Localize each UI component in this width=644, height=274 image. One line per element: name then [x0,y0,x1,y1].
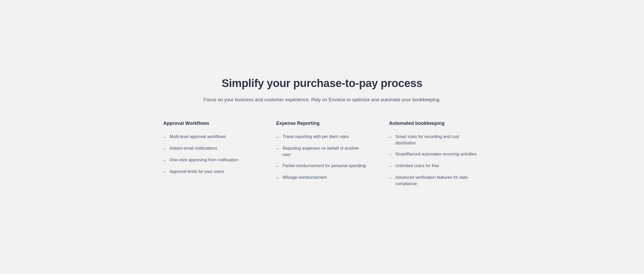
list-item-dash: – [163,145,166,152]
list-item-text: Approval limits for your users [170,168,224,175]
feature-column-approval-workflows: Approval Workflows–Multi-level approval … [158,121,260,192]
list-item-dash: – [389,134,392,140]
list-item: –SmartRecord automates recurring activit… [389,151,481,158]
list-item-dash: – [389,175,392,181]
list-item: –Smart rules for recording and cost dist… [389,134,481,146]
list-item-dash: – [389,151,392,158]
list-item-dash: – [276,175,279,181]
feature-list-expense-reporting: –Travel reporting with per diem rates–Re… [276,134,368,181]
list-item: –Instant email notifications [163,145,255,152]
subtitle: Focus on your business and customer expe… [158,96,486,104]
list-item: –Advanced verification features for data… [389,174,481,187]
list-item-text: Mileage reimbursement [283,174,327,181]
list-item-text: Advanced verification features for data … [395,174,481,187]
feature-column-automated-bookkeeping: Automated bookkeeping–Smart rules for re… [384,121,486,192]
feature-column-title-expense-reporting: Expense Reporting [276,121,368,126]
list-item: –Multi-level approval workflows [163,134,255,140]
feature-list-automated-bookkeeping: –Smart rules for recording and cost dist… [389,134,481,187]
main-title: Simplify your purchase-to-pay process [158,77,486,90]
feature-column-title-approval-workflows: Approval Workflows [163,121,255,126]
feature-column-title-automated-bookkeeping: Automated bookkeeping [389,121,481,126]
list-item: –Mileage reimbursement [276,174,368,181]
list-item-text: Instant email notifications [170,145,217,152]
list-item: –Travel reporting with per diem rates [276,134,368,140]
list-item: –Unlimited users for free [389,163,481,170]
list-item-text: Partial reimbursement for personal spend… [283,163,366,169]
list-item: –One-click approving from notification [163,157,255,164]
list-item-text: SmartRecord automates recurring activiti… [395,151,477,157]
feature-list-approval-workflows: –Multi-level approval workflows–Instant … [163,134,255,176]
features-grid: Approval Workflows–Multi-level approval … [158,121,486,192]
list-item-text: Reporting expenses on behalf of another … [283,145,368,158]
list-item: –Approval limits for your users [163,168,255,175]
list-item-dash: – [163,169,166,175]
feature-column-expense-reporting: Expense Reporting–Travel reporting with … [271,121,373,192]
list-item-text: Travel reporting with per diem rates [283,134,349,140]
list-item: –Partial reimbursement for personal spen… [276,163,368,170]
list-item-dash: – [276,163,279,170]
list-item: –Reporting expenses on behalf of another… [276,145,368,158]
list-item-text: One-click approving from notification [170,157,238,163]
list-item-text: Multi-level approval workflows [170,134,226,140]
page-wrapper: Simplify your purchase-to-pay process Fo… [137,61,507,213]
list-item-text: Smart rules for recording and cost distr… [395,134,481,146]
list-item-dash: – [163,134,166,140]
list-item-dash: – [163,157,166,164]
list-item-dash: – [276,134,279,140]
list-item-dash: – [389,163,392,170]
list-item-dash: – [276,145,279,152]
list-item-text: Unlimited users for free [395,163,439,169]
